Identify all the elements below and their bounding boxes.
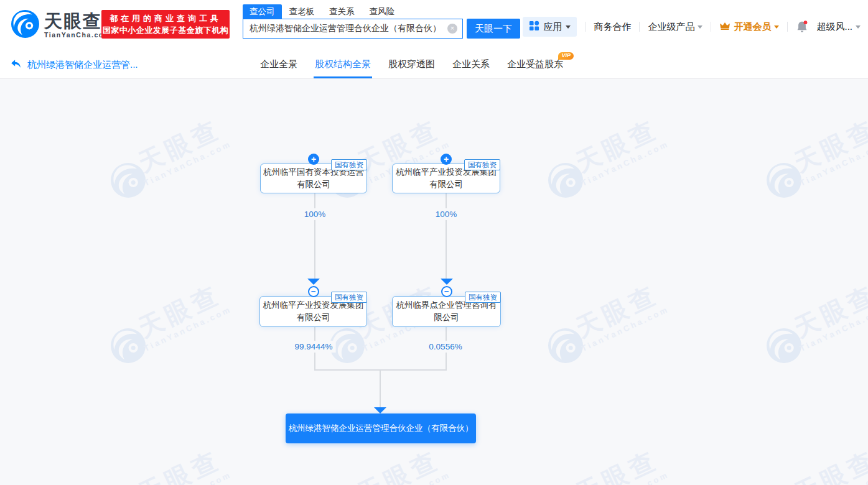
- tab-company-relations[interactable]: 企业关系: [452, 50, 490, 78]
- chevron-down-icon: [856, 25, 861, 31]
- tab-equity-penetration[interactable]: 股权穿透图: [388, 50, 435, 78]
- expand-icon[interactable]: +: [308, 154, 319, 165]
- state-owned-tag: 国有独资: [465, 292, 501, 303]
- tab-company-overview[interactable]: 企业全景: [260, 50, 297, 78]
- apps-grid-icon: [529, 21, 539, 33]
- search-input[interactable]: [250, 24, 447, 34]
- top-header: 天眼查 TianYanCha.com 都在用的商业查询工具 国家中小企业发展子基…: [0, 0, 868, 50]
- crown-icon: [719, 21, 730, 32]
- watermark-logo-icon: [111, 328, 146, 363]
- company-tabs: 企业全景 股权结构全景 股权穿透图 企业关系 企业受益股东 VIP: [260, 50, 563, 78]
- watermark-logo-icon: [548, 163, 583, 198]
- user-account-menu[interactable]: 超级风...: [816, 21, 861, 33]
- company-name: 杭州临界点企业管理咨询有限公司: [393, 299, 500, 324]
- shareholder-node[interactable]: + 国有独资 杭州临平产业投资发展集团有限公司: [392, 164, 500, 193]
- notification-dot: [804, 21, 808, 24]
- shareholder-node[interactable]: − 国有独资 杭州临界点企业管理咨询有限公司: [392, 296, 501, 327]
- chevron-down-icon: [566, 25, 571, 31]
- watermark-logo-icon: [548, 328, 583, 363]
- expand-icon[interactable]: +: [441, 154, 452, 165]
- equity-structure-canvas: 天眼查TianYanCha.com天眼查TianYanCha.com天眼查Tia…: [0, 79, 868, 485]
- chevron-down-icon: [698, 25, 702, 31]
- header-right-nav: 应用 商务合作 企业级产品 开通会员: [523, 17, 861, 37]
- tab-beneficial-owners[interactable]: 企业受益股东 VIP: [507, 50, 563, 78]
- search-module: 查公司 查老板 查关系 查风险 × 天眼一下: [243, 4, 520, 39]
- ownership-percent: 99.9444%: [292, 341, 336, 353]
- breadcrumb-company-name[interactable]: 杭州绿港智储企业运营管...: [27, 50, 138, 78]
- search-tab-company[interactable]: 查公司: [243, 4, 282, 19]
- open-vip-menu[interactable]: 开通会员: [719, 21, 779, 33]
- state-owned-tag: 国有独资: [464, 159, 500, 170]
- shareholder-node[interactable]: − 国有独资 杭州临平产业投资发展集团有限公司: [259, 296, 367, 327]
- company-name: 杭州临平产业投资发展集团有限公司: [260, 299, 366, 324]
- tianyancha-logo-icon: [11, 10, 39, 40]
- back-arrow-icon[interactable]: [10, 58, 22, 72]
- vip-badge: VIP: [558, 52, 574, 60]
- tianyancha-logo[interactable]: 天眼查 TianYanCha.com: [11, 10, 111, 40]
- apps-label: 应用: [543, 21, 562, 33]
- shareholder-node[interactable]: + 国有独资 杭州临平国有资本投资运营有限公司: [260, 164, 367, 193]
- enterprise-products-menu[interactable]: 企业级产品: [648, 21, 702, 33]
- business-cooperation-link[interactable]: 商务合作: [594, 21, 631, 33]
- collapse-icon[interactable]: −: [441, 286, 452, 297]
- collapse-icon[interactable]: −: [308, 286, 319, 297]
- tianyancha-page: 天眼查 TianYanCha.com 都在用的商业查询工具 国家中小企业发展子基…: [0, 0, 868, 485]
- search-tabs: 查公司 查老板 查关系 查风险: [243, 4, 520, 19]
- connector-line: [380, 369, 381, 407]
- brand-slogan-banner: 都在用的商业查询工具 国家中小企业发展子基金旗下机构: [101, 10, 230, 39]
- ownership-percent: 0.0556%: [426, 341, 465, 353]
- search-tab-relation[interactable]: 查关系: [322, 4, 362, 19]
- company-subnav: 杭州绿港智储企业运营管... 企业全景 股权结构全景 股权穿透图 企业关系 企业…: [0, 50, 868, 79]
- notifications-bell[interactable]: [796, 20, 808, 34]
- connector-line: [314, 193, 315, 279]
- arrow-down-icon: [307, 279, 320, 285]
- clear-search-icon[interactable]: ×: [447, 24, 457, 34]
- chevron-down-icon: [774, 25, 779, 31]
- watermark-logo-icon: [111, 163, 146, 198]
- divider: [639, 22, 640, 32]
- watermark-logo-icon: [767, 328, 801, 363]
- target-company-node[interactable]: 杭州绿港智储企业运营管理合伙企业（有限合伙）: [286, 413, 476, 443]
- watermark-logo-icon: [767, 163, 801, 198]
- logo-text-cn: 天眼查: [44, 12, 111, 30]
- slogan-line-1: 都在用的商业查询工具: [101, 12, 230, 24]
- slogan-line-2: 国家中小企业发展子基金旗下机构: [101, 24, 230, 36]
- search-tab-boss[interactable]: 查老板: [282, 4, 322, 19]
- connector-line: [446, 193, 447, 279]
- ownership-percent: 100%: [301, 208, 329, 220]
- divider: [585, 22, 586, 32]
- tab-equity-structure[interactable]: 股权结构全景: [315, 50, 371, 78]
- ownership-percent: 100%: [432, 208, 460, 220]
- arrow-down-icon: [374, 407, 386, 413]
- divider: [711, 22, 711, 32]
- search-button[interactable]: 天眼一下: [467, 19, 520, 39]
- search-tab-risk[interactable]: 查风险: [362, 4, 403, 19]
- apps-menu[interactable]: 应用: [523, 17, 577, 37]
- arrow-down-icon: [441, 279, 453, 285]
- state-owned-tag: 国有独资: [331, 159, 367, 170]
- divider: [787, 22, 788, 32]
- search-input-box: ×: [243, 19, 463, 39]
- state-owned-tag: 国有独资: [331, 292, 367, 303]
- logo-text-en: TianYanCha.com: [44, 31, 111, 39]
